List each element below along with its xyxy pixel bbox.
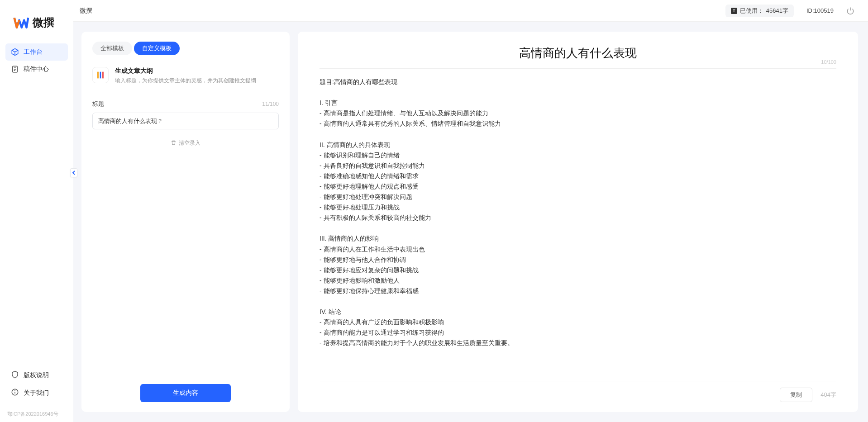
- template-card: 生成文章大纲 输入标题，为你提供文章主体的灵感，并为其创建推文提纲: [92, 67, 279, 85]
- output-panel: 高情商的人有什么表现 10/100 题目:高情商的人有哪些表现 I. 引言 - …: [298, 32, 858, 412]
- sidebar-item-about[interactable]: 关于我们: [5, 384, 68, 402]
- usage-value: 45641字: [766, 7, 788, 15]
- generate-button[interactable]: 生成内容: [140, 384, 231, 402]
- usage-label: 已使用：: [740, 7, 763, 15]
- power-icon[interactable]: [846, 7, 854, 15]
- sidebar-item-drafts[interactable]: 稿件中心: [5, 61, 68, 78]
- shield-icon: [11, 370, 19, 380]
- sidebar-item-label: 工作台: [24, 48, 43, 56]
- topbar: 微撰 T 已使用： 45641字 ID:100519: [73, 0, 868, 22]
- clear-input-button[interactable]: 清空录入: [92, 139, 279, 147]
- sidebar-item-workspace[interactable]: 工作台: [5, 43, 68, 61]
- word-count: 404字: [820, 391, 836, 399]
- template-icon: [92, 67, 109, 83]
- output-body[interactable]: 题目:高情商的人有哪些表现 I. 引言 - 高情商是指人们处理情绪、与他人互动以…: [320, 69, 836, 381]
- sidebar-item-label: 稿件中心: [24, 65, 49, 73]
- sidebar-item-label: 关于我们: [24, 389, 49, 397]
- main-nav: 工作台 稿件中心: [0, 43, 73, 78]
- usage-badge[interactable]: T 已使用： 45641字: [725, 5, 794, 17]
- copy-button[interactable]: 复制: [780, 388, 812, 402]
- sidebar-footer: 版权说明 关于我们: [0, 366, 73, 407]
- trash-icon: [171, 140, 176, 147]
- output-title: 高情商的人有什么表现: [320, 45, 836, 61]
- sidebar-collapse-button[interactable]: [70, 168, 77, 177]
- app-logo-icon: [13, 14, 29, 31]
- sidebar-item-copyright[interactable]: 版权说明: [5, 366, 68, 384]
- page-title: 微撰: [80, 7, 92, 15]
- user-id: ID:100519: [806, 7, 834, 14]
- svg-point-6: [15, 391, 15, 391]
- title-input[interactable]: [92, 113, 279, 129]
- tab-custom-templates[interactable]: 自定义模板: [134, 42, 180, 55]
- sidebar-item-label: 版权说明: [24, 371, 49, 379]
- sidebar: 微撰 工作台 稿件中心 版权说明: [0, 0, 73, 422]
- cube-icon: [11, 48, 19, 56]
- template-title: 生成文章大纲: [115, 67, 279, 75]
- app-logo-text: 微撰: [33, 15, 54, 30]
- template-tabs: 全部模板 自定义模板: [92, 42, 279, 55]
- clear-input-label: 清空录入: [179, 139, 200, 147]
- tab-all-templates[interactable]: 全部模板: [92, 42, 132, 55]
- input-panel: 全部模板 自定义模板 生成文章大纲 输入标题，为你提供文章主体的灵感，并为其创建…: [81, 32, 290, 412]
- title-field-label: 标题: [92, 100, 104, 108]
- output-title-counter: 10/100: [821, 59, 836, 65]
- doc-icon: [11, 65, 19, 73]
- icp-text: 鄂ICP备2022016946号: [0, 407, 73, 422]
- main: 微撰 T 已使用： 45641字 ID:100519 全部模板 自定义模板: [73, 0, 868, 422]
- logo[interactable]: 微撰: [0, 0, 73, 43]
- char-counter: 11/100: [262, 101, 279, 107]
- info-icon: [11, 388, 19, 398]
- text-icon: T: [731, 8, 737, 14]
- template-desc: 输入标题，为你提供文章主体的灵感，并为其创建推文提纲: [115, 77, 279, 85]
